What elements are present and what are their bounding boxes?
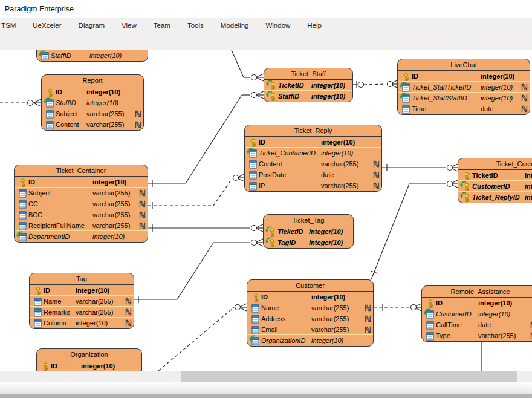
entity-customer[interactable]: CustomerIDinteger(10)Namevarchar(255)ℕAd… [247,279,374,347]
column-name: Column [44,319,76,327]
menu-item-diagram[interactable]: Diagram [70,18,113,34]
entity-column-row[interactable]: IDinteger(10) [245,137,381,148]
entity-column-row[interactable]: Ticket_StaffStaffIDinteger(10)ℕ [398,93,530,103]
entity-ticket_custom[interactable]: Ticket_CustomTicketIDinteger(10)Customer… [458,158,532,203]
nullable-icon: ℕ [528,331,532,340]
column-icon [32,318,44,328]
entity-column-row[interactable]: Contentvarchar(255)ℕ [245,158,381,169]
entity-organization[interactable]: OrganizationIDinteger(10) [36,348,142,371]
column-type: varchar(255) [86,110,132,117]
entity-column-row[interactable]: StaffIDinteger(10) [42,97,143,108]
entity-tag[interactable]: TagIDinteger(10)Namevarchar(255)ℕRemarks… [29,273,134,329]
entity-title: Remote_Assistance [422,286,532,298]
column-name: OrganizationID [261,337,311,344]
entity-report[interactable]: ReportIDinteger(10)StaffIDinteger(10)Sub… [41,74,144,131]
column-icon [247,159,259,169]
menu-item-tools[interactable]: Tools [179,18,212,34]
menu-item-view[interactable]: View [113,18,145,34]
entity-column-row[interactable]: StaffIDinteger(10) [37,50,148,61]
column-name: StaffID [56,99,86,106]
entity-ticket_staff[interactable]: Ticket_StaffTicketIDinteger(10)StaffIDin… [264,68,353,102]
entity-title: Ticket_Custom [458,158,532,170]
entity-column-row[interactable]: Timedateℕ [398,103,530,114]
entity-column-row[interactable]: TicketIDinteger(10) [264,80,352,91]
entity-column-row[interactable]: Addressvarchar(255)ℕ [247,313,373,324]
entity-column-row[interactable]: TicketIDinteger(10) [458,170,532,181]
horizontal-scrollbar[interactable] [0,371,532,382]
entity-column-row[interactable]: Ticket_ContainerIDinteger(10) [245,148,381,158]
column-name: Ticket_ReplyID [472,194,525,201]
column-type: integer(10) [81,362,140,370]
entity-column-row[interactable]: Ticket_ReplyIDinteger(10) [458,192,532,203]
menu-item-uexceler[interactable]: UeXceler [24,18,70,34]
column-icon [400,104,412,114]
entity-column-row[interactable]: IDinteger(10) [42,86,143,97]
nullable-icon: ℕ [123,297,132,305]
entity-column-row[interactable]: Subjectvarchar(255)ℕ [42,108,143,119]
entity-column-row[interactable]: Columninteger(10)ℕ [30,318,134,328]
horizontal-scrollbar-thumb[interactable] [181,371,517,382]
column-icon [247,170,259,180]
entity-title: Tag [30,273,134,285]
column-name: DepartmentID [28,233,92,240]
column-name: RecipientFullName [28,222,92,229]
foreign-key-icon [44,98,56,108]
entity-column-row[interactable]: IDinteger(10) [30,285,134,296]
entity-ticket_tag[interactable]: Ticket_TagTicketIDinteger(10)TagIDintege… [263,214,354,249]
menu-item-team[interactable]: Team [145,18,179,34]
entity-column-row[interactable]: CustomerIDinteger(10) [422,308,532,319]
entity-ticket_container[interactable]: Ticket_ContainerIDinteger(10)Subjectvarc… [14,165,148,243]
primary-foreign-key-icon [461,192,472,202]
entity-title: Report [42,75,143,86]
entity-column-row[interactable]: Namevarchar(255)ℕ [30,296,134,307]
entity-column-row[interactable]: TagIDinteger(10) [264,237,353,248]
entity-ticket_reply[interactable]: Ticket_ReplyIDinteger(10)Ticket_Containe… [244,125,382,192]
column-type: integer(10) [311,337,371,344]
column-name: ID [261,293,311,301]
entity-column-row[interactable]: BCCvarchar(255)ℕ [15,209,148,220]
column-type: varchar(255) [311,304,362,312]
entity-column-row[interactable]: StaffIDinteger(10) [264,91,352,102]
entity-column-row[interactable]: OrganizationIDinteger(10) [247,335,373,346]
column-name: TicketID [278,82,311,89]
entity-column-row[interactable]: Typevarchar(255)ℕ [422,330,532,341]
entity-column-row[interactable]: Emailvarchar(255)ℕ [247,324,373,335]
entity-remote_assistance[interactable]: Remote_AssistanceIDinteger(10)CustomerID… [421,285,532,342]
entity-column-row[interactable]: IDinteger(10) [398,71,530,82]
column-name: TicketID [277,228,309,235]
menu-item-modeling[interactable]: Modeling [212,18,258,34]
foreign-key-icon [247,148,259,158]
entity-column-row[interactable]: IDinteger(10) [247,292,373,302]
entity-column-row[interactable]: Ticket_StaffTicketIDinteger(10)ℕ [398,82,530,93]
status-bar [0,382,532,394]
entity-column-row[interactable]: PostDatedateℕ [245,169,381,180]
entity-column-row[interactable]: CCvarchar(255)ℕ [15,198,148,209]
menu-item-help[interactable]: Help [299,18,330,34]
entity-column-row[interactable]: IDinteger(10) [37,360,141,371]
diagram-canvas[interactable]: StaffIDinteger(10)ReportIDinteger(10)Sta… [0,50,532,371]
primary-key-icon [461,171,472,180]
entity-livechat[interactable]: LiveChatIDinteger(10)Ticket_StaffTicketI… [397,59,530,115]
column-name: TagID [277,239,309,246]
column-type: integer(10) [321,139,380,146]
entity-column-row[interactable]: Remarksvarchar(255)ℕ [30,307,134,318]
entity-column-row[interactable]: DepartmentIDinteger(10) [15,231,148,242]
entity-column-row[interactable]: CustomerIDinteger(10) [458,181,532,192]
entity-column-row[interactable]: IDinteger(10) [15,177,148,188]
primary-key-icon [247,137,259,147]
entity-column-row[interactable]: Namevarchar(255)ℕ [247,302,373,313]
menu-item-tsm[interactable]: TSM [0,18,24,34]
entity-column-row[interactable]: Contentvarchar(255)ℕ [42,119,143,130]
entity-clipped[interactable]: StaffIDinteger(10) [36,50,148,62]
entity-column-row[interactable]: TicketIDinteger(10) [264,226,353,237]
entity-column-row[interactable]: CallTimedateℕ [422,319,532,330]
entity-column-row[interactable]: RecipientFullNamevarchar(255)ℕ [15,220,148,231]
entity-column-row[interactable]: IDinteger(10) [422,298,532,308]
entity-column-row[interactable]: Subjectvarchar(255)ℕ [15,188,148,198]
foreign-key-icon [250,336,261,345]
column-name: ID [56,88,86,96]
entity-column-row[interactable]: IPvarchar(255)ℕ [245,180,381,191]
menu-item-window[interactable]: Window [257,18,299,34]
nullable-icon: ℕ [137,210,146,219]
primary-key-icon [17,177,28,187]
